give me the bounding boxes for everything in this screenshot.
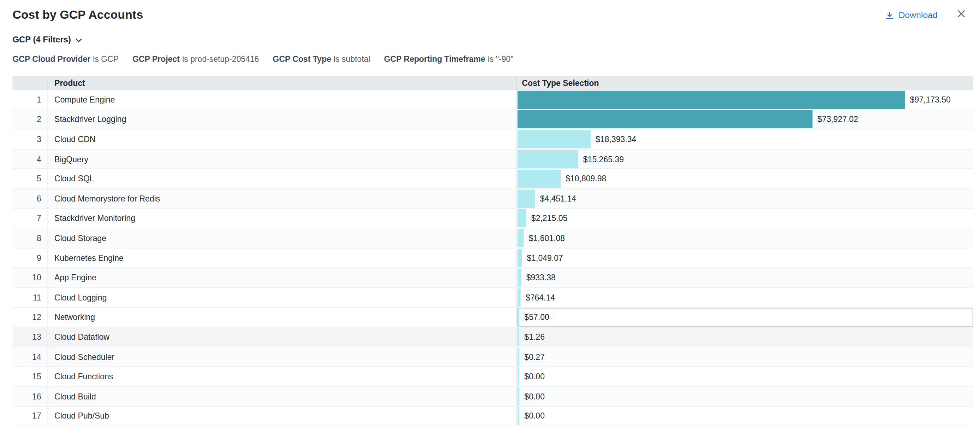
filter-field: GCP Cloud Provider — [12, 54, 91, 64]
cost-value: $933.38 — [527, 273, 556, 283]
cost-table: Product Cost Type Selection 1 Compute En… — [12, 76, 973, 426]
cost-by-gcp-accounts-panel: Cost by GCP Accounts Download GCP (4 — [0, 0, 980, 444]
cost-value: $1,601.08 — [529, 233, 565, 243]
table-row[interactable]: 7 Stackdriver Monitoring $2,215.05 — [12, 209, 973, 229]
cost-bar[interactable] — [517, 130, 590, 148]
cost-bar[interactable] — [517, 110, 813, 128]
row-index: 1 — [12, 90, 47, 109]
cost-value: $1.26 — [524, 332, 545, 342]
cost-bar[interactable] — [517, 150, 578, 168]
product-cell: Networking — [48, 308, 517, 327]
cost-cell: $1,601.08 — [516, 228, 973, 248]
cost-cell: $933.38 — [516, 268, 973, 287]
filters-summary-toggle[interactable]: GCP (4 Filters) — [12, 35, 81, 45]
table-row[interactable]: 1 Compute Engine $97,173.50 — [12, 90, 973, 110]
cost-bar[interactable] — [517, 190, 535, 208]
cost-bar[interactable] — [517, 407, 519, 425]
cost-cell: $57.00 — [516, 308, 973, 327]
product-cell: Cloud Storage — [48, 228, 517, 248]
product-cell: Cloud Build — [48, 387, 517, 406]
table-row[interactable]: 14 Cloud Scheduler $0.27 — [12, 347, 973, 367]
download-icon — [885, 10, 894, 20]
close-button[interactable] — [955, 9, 967, 21]
cost-value: $57.00 — [524, 313, 549, 322]
chevron-down-icon — [75, 35, 81, 45]
cost-bar[interactable] — [517, 387, 519, 405]
table-row[interactable]: 5 Cloud SQL $10,809.98 — [12, 169, 973, 189]
cost-bar[interactable] — [517, 249, 522, 267]
table-row[interactable]: 17 Cloud Pub/Sub $0.00 — [12, 407, 973, 426]
cost-value: $18,393.34 — [595, 135, 636, 144]
table-row[interactable]: 13 Cloud Dataflow $1.26 — [12, 327, 973, 347]
table-row[interactable]: 2 Stackdriver Logging $73,927.02 — [12, 110, 973, 130]
cost-bar[interactable] — [517, 170, 561, 188]
cost-bar[interactable] — [517, 229, 524, 247]
header-actions: Download — [885, 9, 967, 21]
product-cell: Compute Engine — [48, 90, 517, 109]
product-cell: Cloud Logging — [48, 288, 517, 307]
table-header-row: Product Cost Type Selection — [12, 76, 973, 90]
cost-cell: $15,265.39 — [516, 150, 973, 169]
filters-summary-label: GCP (4 Filters) — [12, 35, 71, 45]
product-cell: Stackdriver Monitoring — [48, 209, 517, 228]
table-row[interactable]: 10 App Engine $933.38 — [12, 268, 973, 288]
cost-bar[interactable] — [517, 269, 522, 287]
row-index: 13 — [12, 327, 47, 347]
cost-value: $2,215.05 — [531, 214, 567, 223]
table-row[interactable]: 4 BigQuery $15,265.39 — [12, 150, 973, 169]
column-header-cost[interactable]: Cost Type Selection — [516, 76, 973, 90]
table-row[interactable]: 11 Cloud Logging $764.14 — [12, 288, 973, 308]
row-index: 10 — [12, 268, 47, 287]
cost-value: $0.27 — [524, 352, 545, 362]
table-row[interactable]: 6 Cloud Memorystore for Redis $4,451.14 — [12, 189, 973, 209]
cost-value: $764.14 — [526, 293, 555, 302]
cost-bar[interactable] — [517, 289, 521, 307]
product-cell: Cloud SQL — [48, 169, 517, 188]
cost-cell: $18,393.34 — [516, 130, 973, 149]
row-index: 2 — [12, 110, 47, 129]
table-row[interactable]: 8 Cloud Storage $1,601.08 — [12, 228, 973, 248]
cost-bar[interactable] — [517, 209, 527, 227]
cost-bar[interactable] — [517, 328, 519, 346]
cost-bar[interactable] — [517, 91, 905, 109]
cost-value: $1,049.07 — [527, 253, 563, 263]
row-index: 16 — [12, 387, 47, 406]
cost-cell: $0.00 — [516, 367, 973, 386]
product-cell: BigQuery — [48, 150, 517, 169]
cost-bar[interactable] — [517, 367, 519, 385]
filter-condition: is GCP — [93, 54, 119, 64]
table-body: 1 Compute Engine $97,173.50 2 Stackdrive… — [12, 90, 973, 426]
product-cell: Stackdriver Logging — [48, 110, 517, 129]
row-index: 8 — [12, 228, 47, 248]
table-row[interactable]: 3 Cloud CDN $18,393.34 — [12, 130, 973, 150]
filter-item[interactable]: GCP Projectis prod-setup-205416 — [132, 54, 259, 64]
cost-cell: $0.27 — [516, 347, 973, 366]
cost-cell: $97,173.50 — [516, 90, 973, 109]
panel-header: Cost by GCP Accounts Download — [0, 0, 980, 22]
filter-condition: is prod-setup-205416 — [182, 54, 259, 64]
filter-item[interactable]: GCP Cost Typeis subtotal — [273, 54, 370, 64]
row-index: 7 — [12, 209, 47, 228]
close-icon — [957, 10, 966, 21]
filter-field: GCP Reporting Timeframe — [384, 54, 485, 64]
row-index: 9 — [12, 248, 47, 267]
cost-cell: $2,215.05 — [516, 209, 973, 228]
download-button[interactable]: Download — [885, 10, 937, 20]
filter-field: GCP Project — [132, 54, 180, 64]
cost-cell: $0.00 — [516, 387, 973, 406]
table-row[interactable]: 9 Kubernetes Engine $1,049.07 — [12, 248, 973, 268]
filter-item[interactable]: GCP Cloud Provideris GCP — [12, 54, 119, 64]
column-header-product[interactable]: Product — [48, 76, 517, 90]
filter-item[interactable]: GCP Reporting Timeframeis "-90" — [384, 54, 514, 64]
table-row[interactable]: 15 Cloud Functions $0.00 — [12, 367, 973, 387]
row-index: 3 — [12, 130, 47, 149]
filter-field: GCP Cost Type — [273, 54, 331, 64]
cost-bar[interactable] — [517, 308, 519, 326]
table-row[interactable]: 16 Cloud Build $0.00 — [12, 387, 973, 407]
cost-bar[interactable] — [517, 348, 519, 366]
cost-cell: $1,049.07 — [516, 248, 973, 267]
row-index: 15 — [12, 367, 47, 386]
cost-cell: $10,809.98 — [516, 169, 973, 188]
table-row[interactable]: 12 Networking $57.00 — [12, 308, 973, 327]
cost-value: $15,265.39 — [583, 155, 624, 164]
